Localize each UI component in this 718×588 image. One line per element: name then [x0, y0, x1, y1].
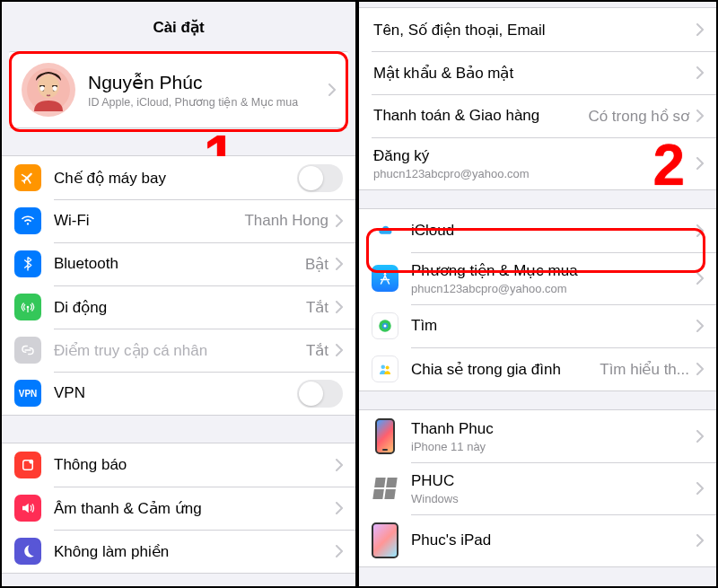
connectivity-group: Chế độ máy bay Wi-Fi Thanh Hong Bluetoot…: [2, 155, 355, 416]
svg-point-15: [381, 365, 386, 370]
row-label: Tên, Số điện thoại, Email: [373, 21, 546, 39]
apple-id-pane: Tên, Số điện thoại, Email Mật khẩu & Bảo…: [359, 2, 716, 586]
row-sublabel: Windows: [411, 492, 459, 505]
chevron-right-icon: [696, 320, 704, 332]
chevron-right-icon: [696, 482, 704, 495]
profile-name: Nguyễn Phúc: [88, 72, 298, 93]
chevron-right-icon: [696, 534, 704, 547]
svg-point-16: [386, 366, 390, 370]
device-row-ipad[interactable]: Phuc's iPad: [359, 514, 716, 566]
link-icon: [14, 337, 41, 364]
dnd-row[interactable]: Không làm phiền: [2, 530, 355, 573]
row-label: Di động: [54, 298, 107, 317]
vpn-icon: VPN: [14, 380, 41, 407]
subscriptions-row[interactable]: Đăng ký phucn123abcpro@yahoo.com: [359, 137, 716, 189]
vpn-toggle[interactable]: [297, 380, 343, 408]
device-row-windows[interactable]: PHUC Windows: [359, 462, 716, 514]
row-label: Thanh Phuc: [411, 420, 494, 438]
ipad-icon: [372, 522, 398, 559]
svg-point-11: [29, 460, 33, 464]
row-value: Có trong hồ sơ: [588, 107, 689, 126]
media-purchases-row[interactable]: Phương tiện & Mục mua phucn123abcpro@yah…: [359, 252, 716, 304]
icloud-row[interactable]: iCloud: [359, 209, 716, 252]
row-label: Bluetooth: [54, 255, 118, 273]
row-label: PHUC: [411, 472, 459, 490]
moon-icon: [14, 538, 41, 565]
account-group: Tên, Số điện thoại, Email Mật khẩu & Bảo…: [359, 7, 716, 190]
row-value: Tắt: [306, 341, 328, 360]
svg-rect-9: [27, 307, 28, 312]
row-label: Không làm phiền: [54, 542, 169, 561]
row-sublabel: phucn123abcpro@yahoo.com: [373, 167, 530, 180]
settings-root-pane: Cài đặt Nguyễn Phúc ID Apple, iCloud, Ph…: [2, 2, 359, 586]
row-label: Âm thanh & Cảm ứng: [54, 499, 202, 518]
row-label: Chế độ máy bay: [54, 169, 166, 188]
cellular-row[interactable]: Di động Tắt: [2, 285, 355, 329]
password-security-row[interactable]: Mật khẩu & Bảo mật: [359, 51, 716, 94]
row-value: Thanh Hong: [244, 212, 328, 230]
page-title: Cài đặt: [2, 2, 355, 46]
hotspot-row[interactable]: Điểm truy cập cá nhân Tắt: [2, 329, 355, 372]
payment-shipping-row[interactable]: Thanh toán & Giao hàng Có trong hồ sơ: [359, 94, 716, 137]
vpn-row[interactable]: VPN VPN: [2, 372, 355, 415]
chevron-right-icon: [336, 459, 343, 471]
svg-point-7: [53, 86, 57, 92]
apple-id-row[interactable]: Nguyễn Phúc ID Apple, iCloud, Phương tiệ…: [9, 51, 348, 128]
svg-point-6: [40, 86, 45, 92]
avatar: [22, 63, 75, 117]
chevron-right-icon: [696, 272, 704, 285]
row-label: Đăng ký: [373, 147, 530, 165]
devices-group: Thanh Phuc iPhone 11 này PHUC Windows Ph…: [359, 409, 716, 567]
findmy-icon: [372, 312, 398, 339]
row-label: Chia sẻ trong gia đình: [411, 360, 561, 379]
family-sharing-row[interactable]: Chia sẻ trong gia đình Tìm hiểu th...: [359, 347, 716, 391]
name-phone-email-row[interactable]: Tên, Số điện thoại, Email: [359, 8, 716, 51]
row-label: Mật khẩu & Bảo mật: [373, 64, 513, 83]
iphone-icon: [372, 417, 398, 455]
chevron-right-icon: [336, 502, 343, 514]
chevron-right-icon: [336, 301, 343, 313]
chevron-right-icon: [696, 110, 704, 122]
bluetooth-icon: [14, 250, 41, 277]
airplane-mode-row[interactable]: Chế độ máy bay: [2, 156, 355, 199]
apple-id-text: Nguyễn Phúc ID Apple, iCloud, Phương tiệ…: [88, 72, 298, 109]
wifi-icon: [14, 207, 41, 234]
chevron-right-icon: [696, 157, 704, 170]
chevron-right-icon: [696, 363, 704, 375]
sound-icon: [14, 495, 41, 522]
notifications-row[interactable]: Thông báo: [2, 443, 355, 487]
profile-desc: ID Apple, iCloud, Phương tiện & Mục mua: [88, 95, 298, 109]
device-row-iphone[interactable]: Thanh Phuc iPhone 11 này: [359, 410, 716, 462]
cloud-icon: [372, 217, 398, 244]
notifications-icon: [14, 452, 41, 478]
airplane-icon: [14, 164, 41, 191]
row-sublabel: phucn123abcpro@yahoo.com: [411, 282, 578, 295]
sounds-row[interactable]: Âm thanh & Cảm ứng: [2, 487, 355, 530]
row-sublabel: iPhone 11 này: [411, 440, 494, 453]
chevron-right-icon: [336, 545, 343, 557]
findmy-row[interactable]: Tìm: [359, 304, 716, 347]
row-label: iCloud: [411, 222, 454, 240]
chevron-right-icon: [336, 258, 343, 270]
row-label: Wi-Fi: [54, 212, 90, 230]
row-value: Tắt: [306, 298, 328, 317]
notifications-group: Thông báo Âm thanh & Cảm ứng Không làm p…: [2, 443, 355, 574]
chevron-right-icon: [696, 66, 704, 79]
antenna-icon: [14, 294, 41, 320]
wifi-row[interactable]: Wi-Fi Thanh Hong: [2, 199, 355, 242]
chevron-right-icon: [328, 83, 336, 96]
row-label: Tìm: [411, 317, 437, 335]
chevron-right-icon: [336, 344, 343, 356]
airplane-toggle[interactable]: [297, 164, 343, 192]
chevron-right-icon: [696, 23, 704, 36]
appstore-icon: [372, 265, 398, 292]
row-label: Phuc's iPad: [411, 531, 491, 549]
windows-icon: [372, 470, 398, 507]
row-value: Tìm hiểu th...: [600, 360, 689, 379]
chevron-right-icon: [696, 430, 704, 443]
bluetooth-row[interactable]: Bluetooth Bật: [2, 242, 355, 285]
row-label: Thanh toán & Giao hàng: [373, 107, 539, 125]
services-group: iCloud Phương tiện & Mục mua phucn123abc…: [359, 208, 716, 391]
svg-point-14: [384, 325, 387, 328]
row-label: Phương tiện & Mục mua: [411, 261, 578, 280]
